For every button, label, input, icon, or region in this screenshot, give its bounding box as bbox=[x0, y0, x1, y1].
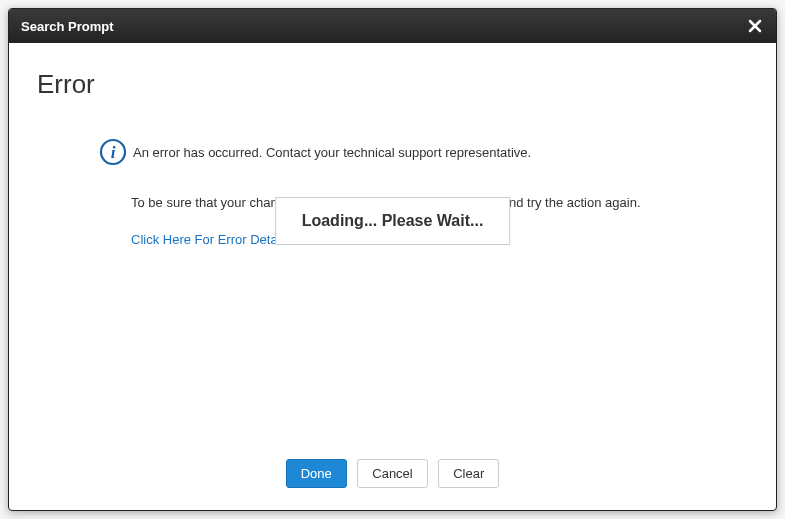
done-button[interactable]: Done bbox=[286, 459, 347, 488]
error-summary-text: An error has occurred. Contact your tech… bbox=[133, 145, 531, 160]
close-icon bbox=[748, 19, 762, 33]
info-icon: i bbox=[99, 138, 127, 166]
clear-button[interactable]: Clear bbox=[438, 459, 499, 488]
loading-text: Loading... Please Wait... bbox=[302, 212, 484, 229]
modal-title: Search Prompt bbox=[21, 19, 113, 34]
modal-header: Search Prompt bbox=[9, 9, 776, 43]
error-heading: Error bbox=[37, 69, 748, 100]
cancel-button[interactable]: Cancel bbox=[357, 459, 427, 488]
svg-text:i: i bbox=[111, 143, 116, 162]
error-summary-row: i An error has occurred. Contact your te… bbox=[99, 138, 748, 166]
modal-footer: Done Cancel Clear bbox=[9, 443, 776, 510]
search-prompt-modal: Search Prompt Error i An error has occur… bbox=[8, 8, 777, 511]
close-button[interactable] bbox=[746, 17, 764, 35]
error-details-link[interactable]: Click Here For Error Details bbox=[131, 232, 290, 247]
loading-overlay: Loading... Please Wait... bbox=[275, 197, 511, 245]
